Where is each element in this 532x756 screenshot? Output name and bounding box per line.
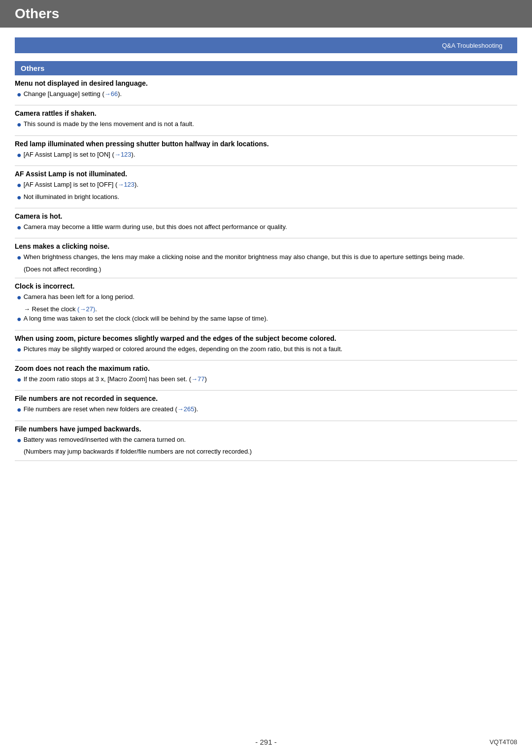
bullet-icon: ●: [17, 222, 22, 233]
answer-text: [AF Assist Lamp] is set to [OFF] (→123).: [24, 180, 517, 190]
bullet-icon: ●: [17, 192, 22, 203]
page-title: Others: [15, 6, 59, 21]
page-footer: - 291 - VQT4T08: [0, 738, 532, 746]
footer-code: VQT4T08: [490, 738, 517, 746]
answer-text: When brightness changes, the lens may ma…: [24, 252, 517, 262]
answer-text: [AF Assist Lamp] is set to [ON] (→123).: [24, 150, 517, 160]
bullet-icon: ●: [17, 314, 22, 325]
faq-answers: ●File numbers are reset when new folders…: [15, 404, 517, 415]
answer-text: Change [Language] setting (→66).: [24, 89, 517, 99]
faq-question: AF Assist Lamp is not illuminated.: [15, 170, 517, 178]
bullet-icon: ●: [17, 180, 22, 191]
faq-item: AF Assist Lamp is not illuminated.●[AF A…: [15, 166, 517, 208]
faq-item: Camera rattles if shaken.●This sound is …: [15, 105, 517, 135]
answer-text: Camera may become a little warm during u…: [24, 222, 517, 232]
faq-item: When using zoom, picture becomes slightl…: [15, 330, 517, 361]
answer-text: This sound is made by the lens movement …: [24, 119, 517, 129]
faq-answer: ●[AF Assist Lamp] is set to [OFF] (→123)…: [17, 180, 517, 191]
faq-question: Red lamp illuminated when pressing shutt…: [15, 140, 517, 148]
faq-question: Lens makes a clicking noise.: [15, 242, 517, 250]
faq-question: File numbers are not recorded in sequenc…: [15, 394, 517, 402]
answer-text: File numbers are reset when new folders …: [24, 404, 517, 414]
answer-link[interactable]: →123: [117, 181, 134, 188]
answer-link[interactable]: →265: [177, 405, 195, 413]
faq-answer: ●Change [Language] setting (→66).: [17, 89, 517, 100]
faq-answer: ●Pictures may be slightly warped or colo…: [17, 344, 517, 355]
faq-answers: ●[AF Assist Lamp] is set to [OFF] (→123)…: [15, 180, 517, 203]
sub-link[interactable]: (→27): [77, 305, 95, 313]
section-title: Others: [21, 64, 44, 72]
bullet-icon: ●: [17, 119, 22, 130]
faq-answers: ●Pictures may be slightly warped or colo…: [15, 344, 517, 355]
faq-answer: ●[AF Assist Lamp] is set to [ON] (→123).: [17, 150, 517, 161]
faq-answer: ●Not illuminated in bright locations.: [17, 192, 517, 203]
answer-text: Pictures may be slightly warped or color…: [24, 344, 517, 354]
faq-item: Clock is incorrect.●Camera has been left…: [15, 278, 517, 330]
answer-sub-line: → Reset the clock (→27).: [17, 304, 517, 314]
faq-answers: ●If the zoom ratio stops at 3 x, [Macro …: [15, 374, 517, 385]
answer-link[interactable]: →66: [104, 90, 118, 98]
page-number: - 291 -: [15, 738, 517, 746]
faq-item: Lens makes a clicking noise.●When bright…: [15, 238, 517, 278]
faq-question: File numbers have jumped backwards.: [15, 425, 517, 433]
faq-answers: ●When brightness changes, the lens may m…: [15, 252, 517, 274]
bullet-icon: ●: [17, 252, 22, 263]
answer-text: Battery was removed/inserted with the ca…: [24, 435, 517, 445]
faq-answer: ●If the zoom ratio stops at 3 x, [Macro …: [17, 374, 517, 385]
faq-question: When using zoom, picture becomes slightl…: [15, 334, 517, 342]
faq-answer: ●This sound is made by the lens movement…: [17, 119, 517, 130]
bullet-icon: ●: [17, 150, 22, 161]
faq-answer: ●Battery was removed/inserted with the c…: [17, 435, 517, 446]
faq-answers: ●Change [Language] setting (→66).: [15, 89, 517, 100]
faq-answer: ●A long time was taken to set the clock …: [17, 314, 517, 325]
answer-text: If the zoom ratio stops at 3 x, [Macro Z…: [24, 374, 517, 384]
answer-link[interactable]: →123: [114, 151, 132, 158]
answer-sub-line: (Numbers may jump backwards if folder/fi…: [17, 447, 517, 457]
bullet-icon: ●: [17, 435, 22, 446]
faq-answer: ●Camera may become a little warm during …: [17, 222, 517, 233]
faq-item: Zoom does not reach the maximum ratio.●I…: [15, 361, 517, 391]
faq-question: Camera rattles if shaken.: [15, 109, 517, 117]
faq-item: File numbers have jumped backwards.●Batt…: [15, 421, 517, 461]
faq-question: Camera is hot.: [15, 212, 517, 220]
faq-question: Menu not displayed in desired language.: [15, 79, 517, 87]
section-header: Others: [15, 61, 517, 75]
faq-question: Clock is incorrect.: [15, 282, 517, 290]
faq-item: Menu not displayed in desired language.●…: [15, 75, 517, 105]
faq-answer: ●Camera has been left for a long period.: [17, 292, 517, 303]
faq-item: Red lamp illuminated when pressing shutt…: [15, 136, 517, 166]
faq-answers: ●Camera has been left for a long period.…: [15, 292, 517, 325]
answer-sub-line: (Does not affect recording.): [17, 264, 517, 274]
faq-question: Zoom does not reach the maximum ratio.: [15, 364, 517, 372]
faq-answer: ●File numbers are reset when new folders…: [17, 404, 517, 415]
answer-link[interactable]: →77: [191, 375, 204, 383]
bullet-icon: ●: [17, 292, 22, 303]
bullet-icon: ●: [17, 374, 22, 385]
info-bar: Q&A Troubleshooting: [15, 37, 517, 53]
faq-content: Menu not displayed in desired language.●…: [15, 75, 517, 461]
faq-answers: ●[AF Assist Lamp] is set to [ON] (→123).: [15, 150, 517, 161]
faq-answers: ●Battery was removed/inserted with the c…: [15, 435, 517, 457]
faq-item: File numbers are not recorded in sequenc…: [15, 391, 517, 421]
faq-answers: ●Camera may become a little warm during …: [15, 222, 517, 233]
faq-answers: ●This sound is made by the lens movement…: [15, 119, 517, 130]
answer-text: A long time was taken to set the clock (…: [24, 314, 517, 324]
bullet-icon: ●: [17, 344, 22, 355]
answer-text: Camera has been left for a long period.: [24, 292, 517, 302]
answer-text: Not illuminated in bright locations.: [24, 192, 517, 202]
bullet-icon: ●: [17, 404, 22, 415]
page-header: Others: [0, 0, 532, 28]
info-bar-text: Q&A Troubleshooting: [442, 42, 502, 49]
faq-answer: ●When brightness changes, the lens may m…: [17, 252, 517, 263]
faq-item: Camera is hot.●Camera may become a littl…: [15, 208, 517, 238]
bullet-icon: ●: [17, 89, 22, 100]
